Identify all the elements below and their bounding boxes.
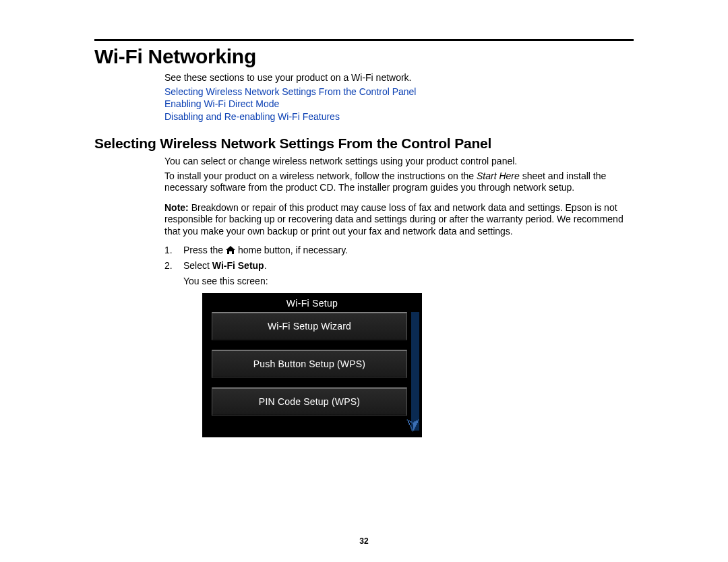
link-select-wireless[interactable]: Selecting Wireless Network Settings From… — [164, 86, 634, 98]
step-2-sub: You see this screen: — [183, 275, 634, 288]
step-1-number: 1. — [164, 244, 173, 257]
section-heading: Selecting Wireless Network Settings From… — [94, 135, 634, 152]
para-2: To install your product on a wireless ne… — [164, 170, 634, 194]
step-2-number: 2. — [164, 259, 173, 272]
step-1: 1. Press the home button, if necessary. — [164, 244, 634, 257]
lcd-item-wizard: Wi-Fi Setup Wizard — [212, 312, 407, 340]
step-1a: Press the — [183, 245, 226, 255]
manual-page: Wi-Fi Networking See these sections to u… — [0, 0, 728, 562]
intro-block: See these sections to use your product o… — [164, 72, 634, 123]
lcd-down-arrow-icon: ⮛ — [406, 418, 421, 433]
link-enable-wifi-direct[interactable]: Enabling Wi-Fi Direct Mode — [164, 98, 634, 111]
steps-list: 1. Press the home button, if necessary. … — [164, 244, 634, 437]
step-2a: Select — [183, 260, 212, 271]
note-paragraph: Note: Breakdown or repair of this produc… — [164, 202, 634, 238]
lcd-title: Wi-Fi Setup — [202, 293, 422, 313]
step-1b: home button, if necessary. — [238, 245, 348, 255]
link-disable-reenable-wifi[interactable]: Disabling and Re-enabling Wi-Fi Features — [164, 111, 634, 123]
step-2-bold: Wi-Fi Setup — [212, 260, 264, 271]
lcd-item-push-button: Push Button Setup (WPS) — [212, 350, 407, 378]
lcd-screenshot: Wi-Fi Setup Wi-Fi Setup Wizard Push Butt… — [202, 293, 422, 437]
step-2: 2. Select Wi-Fi Setup. You see this scre… — [164, 259, 634, 437]
para-2a: To install your product on a wireless ne… — [164, 170, 477, 181]
page-title: Wi-Fi Networking — [94, 45, 634, 68]
lcd-scrollbar — [411, 312, 419, 431]
top-rule — [94, 39, 634, 41]
para-1: You can select or change wireless networ… — [164, 156, 634, 168]
note-text: Breakdown or repair of this product may … — [164, 202, 624, 237]
step-2b: . — [264, 260, 267, 271]
section-body: You can select or change wireless networ… — [164, 156, 634, 437]
intro-text: See these sections to use your product o… — [164, 72, 634, 84]
start-here-italic: Start Here — [477, 170, 520, 181]
home-icon — [226, 245, 235, 253]
lcd-menu: Wi-Fi Setup Wizard Push Button Setup (WP… — [212, 312, 407, 425]
lcd-item-pin-code: PIN Code Setup (WPS) — [212, 387, 407, 416]
note-label: Note: — [164, 202, 189, 213]
page-number: 32 — [0, 536, 728, 546]
